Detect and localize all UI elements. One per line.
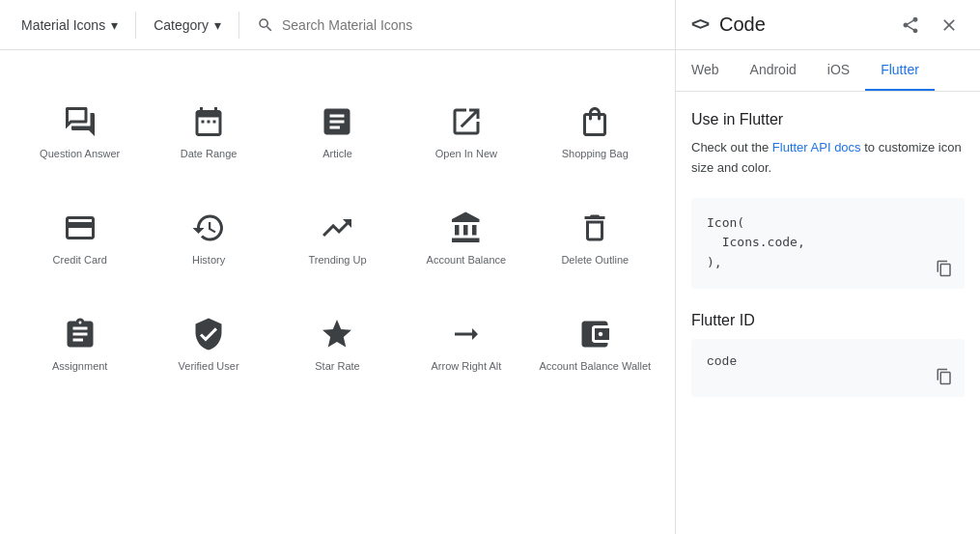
star-rate-label: Star Rate	[315, 359, 359, 373]
icon-item-trending-up[interactable]: Trending Up	[273, 172, 402, 278]
left-panel: Material Icons ▾ Category ▾ Question Ans…	[0, 0, 676, 534]
material-icons-label: Material Icons	[21, 17, 105, 33]
credit-card-icon	[63, 211, 98, 245]
code-nav: <>	[691, 14, 708, 35]
account-balance-wallet-label: Account Balance Wallet	[539, 359, 651, 373]
tab-web[interactable]: Web	[676, 50, 735, 91]
material-icons-dropdown[interactable]: Material Icons ▾	[12, 12, 127, 39]
icon-item-account-balance-wallet[interactable]: Account Balance Wallet	[531, 278, 659, 384]
icons-grid: Question Answer Date Range Article Open …	[0, 50, 675, 400]
right-panel: <> Code Web Android iOS Flutter Use in F…	[676, 0, 980, 534]
flutter-id-value: code	[707, 354, 737, 369]
assignment-label: Assignment	[52, 359, 107, 373]
use-in-flutter-title: Use in Flutter	[691, 111, 965, 128]
trending-up-label: Trending Up	[308, 253, 366, 267]
category-arrow-icon: ▾	[214, 17, 221, 33]
code-snippet-block: Icon( Icons.code, ),	[691, 198, 965, 289]
history-label: History	[192, 253, 225, 267]
dropdown-arrow-icon: ▾	[111, 17, 118, 33]
icon-item-date-range[interactable]: Date Range	[144, 66, 272, 172]
icon-item-open-in-new[interactable]: Open In New	[402, 66, 530, 172]
question-answer-icon	[63, 104, 98, 139]
category-dropdown[interactable]: Category ▾	[144, 12, 231, 39]
shopping-bag-icon	[577, 104, 612, 139]
question-answer-label: Question Answer	[40, 147, 120, 160]
icon-item-verified-user[interactable]: Verified User	[144, 278, 272, 384]
shopping-bag-label: Shopping Bag	[562, 147, 629, 160]
flutter-id-block: code	[691, 339, 965, 397]
date-range-label: Date Range	[181, 147, 238, 160]
arrow-right-alt-label: Arrow Right Alt	[432, 359, 502, 373]
date-range-icon	[191, 104, 226, 139]
icon-item-article[interactable]: Article	[273, 66, 402, 172]
flutter-id-label: Flutter ID	[691, 312, 965, 329]
open-in-new-label: Open In New	[435, 147, 497, 160]
right-content: Use in Flutter Check out the Flutter API…	[676, 92, 980, 534]
search-input[interactable]	[282, 17, 654, 33]
tabs-bar: Web Android iOS Flutter	[676, 50, 980, 92]
article-icon	[320, 104, 354, 139]
icon-item-credit-card[interactable]: Credit Card	[15, 172, 144, 278]
history-icon	[191, 211, 226, 245]
toolbar: Material Icons ▾ Category ▾	[0, 0, 675, 50]
credit-card-label: Credit Card	[53, 253, 107, 267]
code-snippet-text: Icon( Icons.code, ),	[707, 213, 949, 273]
tab-flutter[interactable]: Flutter	[865, 50, 935, 91]
verified-user-icon	[191, 317, 226, 351]
tab-android[interactable]: Android	[735, 50, 812, 91]
copy-id-button[interactable]	[932, 364, 957, 389]
icon-item-delete-outline[interactable]: Delete Outline	[531, 172, 659, 278]
icon-item-arrow-right-alt[interactable]: Arrow Right Alt	[402, 278, 530, 384]
arrow-right-alt-icon	[449, 317, 484, 351]
trending-up-icon	[320, 211, 354, 245]
account-balance-wallet-icon	[577, 317, 612, 351]
right-header: <> Code	[676, 0, 980, 50]
star-rate-icon	[320, 317, 354, 351]
delete-outline-icon	[577, 211, 612, 245]
panel-title: Code	[719, 14, 887, 36]
header-actions	[895, 10, 965, 41]
verified-user-label: Verified User	[179, 359, 239, 373]
toolbar-divider2	[238, 12, 239, 39]
copy-code-button[interactable]	[932, 256, 957, 281]
toolbar-divider	[135, 12, 136, 39]
search-icon	[257, 16, 274, 34]
icon-item-history[interactable]: History	[144, 172, 272, 278]
flutter-api-link[interactable]: Flutter API docs	[772, 140, 861, 155]
article-label: Article	[322, 147, 352, 160]
icon-item-shopping-bag[interactable]: Shopping Bag	[531, 66, 659, 172]
delete-outline-label: Delete Outline	[561, 253, 629, 267]
tab-ios[interactable]: iOS	[812, 50, 865, 91]
code-brackets-icon: <>	[691, 14, 708, 35]
share-button[interactable]	[895, 10, 926, 41]
search-box	[247, 11, 663, 40]
icon-item-question-answer[interactable]: Question Answer	[15, 66, 144, 172]
account-balance-label: Account Balance	[427, 253, 507, 267]
icon-item-assignment[interactable]: Assignment	[15, 278, 144, 384]
use-in-flutter-desc: Check out the Flutter API docs to custom…	[691, 138, 965, 179]
category-label: Category	[154, 17, 209, 33]
desc-pre: Check out the	[691, 140, 772, 155]
icon-item-star-rate[interactable]: Star Rate	[273, 278, 402, 384]
assignment-icon	[63, 317, 98, 351]
open-in-new-icon	[449, 104, 484, 139]
icon-item-account-balance[interactable]: Account Balance	[402, 172, 530, 278]
close-button[interactable]	[934, 10, 965, 41]
account-balance-icon	[449, 211, 484, 245]
